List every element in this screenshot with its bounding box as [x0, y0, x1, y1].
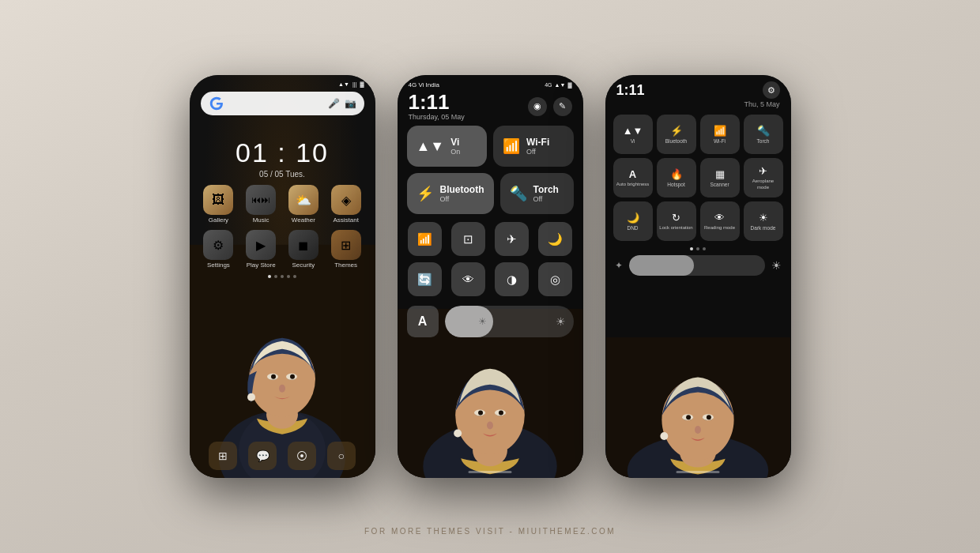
app-icon-gallery: 🖼 — [203, 185, 233, 215]
svg-point-12 — [290, 374, 295, 379]
svg-point-19 — [487, 421, 493, 429]
app-gallery[interactable]: 🖼 Gallery — [200, 185, 236, 224]
app-settings[interactable]: ⚙ Settings — [200, 230, 236, 269]
wifi-tile-icon: 📶 — [503, 137, 520, 155]
exp-tile-vi[interactable]: ▲▼ Vi — [613, 115, 653, 154]
network-icon: 4G — [545, 82, 552, 88]
dot-2 — [274, 275, 277, 278]
brightness-icon-left: ✦ — [615, 260, 623, 271]
exp-tile-torch[interactable]: 🔦 Torch — [744, 115, 783, 154]
exp-tile-wifi[interactable]: 📶 Wi-Fi — [700, 115, 740, 154]
brightness-icon-right: ☀ — [771, 259, 782, 272]
exp-tile-lock-orientation[interactable]: ↻ Lock orientation — [657, 201, 696, 241]
page-wrapper: ▲▼ ||| ▓ 🎤 📷 01 : 10 05 / 05 — [0, 0, 980, 553]
mic-icon[interactable]: 🎤 — [328, 98, 340, 109]
app-playstore[interactable]: ▶ Play Store — [243, 230, 279, 269]
app-icon-themes: ⊞ — [331, 230, 361, 260]
dock-item-1[interactable]: ⊞ — [209, 442, 237, 470]
small-tile-rotate[interactable]: 🔄 — [408, 262, 442, 296]
status-icons-right: 4G ▲▼ ▓ — [545, 82, 571, 88]
dock-item-4[interactable]: ○ — [327, 442, 356, 470]
bluetooth-sublabel: Off — [440, 195, 484, 203]
exp-vi-label: Vi — [631, 138, 635, 144]
dock-item-3[interactable]: ⦿ — [288, 442, 316, 470]
exp-wifi-label: Wi-Fi — [714, 138, 726, 144]
app-themes[interactable]: ⊞ Themes — [328, 230, 364, 269]
svg-point-24 — [498, 410, 503, 415]
exp-reading-icon: 👁 — [714, 212, 725, 224]
lens-icon[interactable]: 📷 — [345, 98, 356, 109]
exp-tile-dnd[interactable]: 🌙 DND — [613, 201, 653, 241]
signal-icon-2: ▲▼ — [555, 82, 566, 88]
small-tile-location[interactable]: ◎ — [538, 262, 572, 296]
google-logo — [209, 96, 224, 111]
exp-tile-hotspot[interactable]: 🔥 Hotspot — [657, 158, 696, 198]
exp-hotspot-icon: 🔥 — [670, 168, 683, 180]
small-tile-fullscreen[interactable]: ⊡ — [451, 222, 485, 256]
phones-container: ▲▼ ||| ▓ 🎤 📷 01 : 10 05 / 05 — [190, 75, 791, 478]
camera-icon[interactable]: ◉ — [528, 97, 547, 116]
app-label-music: Music — [253, 216, 270, 224]
app-music[interactable]: ⏮⏭ Music — [243, 185, 279, 224]
page-dots-1 — [190, 275, 375, 278]
exp-brightness-row: ✦ ☀ — [605, 252, 791, 279]
app-security[interactable]: ◼ Security — [285, 230, 322, 269]
exp-tile-auto-brightness[interactable]: A Auto brightness — [613, 158, 653, 198]
cc-tile-wifi[interactable]: 📶 Wi-Fi Off — [493, 126, 574, 167]
exp-dot-2 — [696, 247, 699, 250]
settings-gear[interactable]: ⚙ — [763, 81, 780, 99]
dot-1 — [268, 275, 271, 278]
exp-wifi-icon: 📶 — [714, 125, 726, 137]
dock-item-2[interactable]: 💬 — [248, 442, 277, 470]
wifi-label: Wi-Fi — [526, 137, 549, 148]
exp-tile-dark-mode[interactable]: ☀ Dark mode — [744, 201, 783, 241]
app-icon-security: ◼ — [288, 230, 318, 260]
cc-time-date: 1:11 Thursday, 05 May — [409, 92, 465, 121]
status-date-3: Thu, 5 May — [605, 100, 791, 108]
exp-tile-bluetooth[interactable]: ⚡ Bluetooth — [657, 115, 696, 154]
brightness-sun-right: ☀ — [556, 315, 566, 328]
cc-date: Thursday, 05 May — [409, 113, 465, 121]
app-label-playstore: Play Store — [247, 261, 276, 269]
app-weather[interactable]: ⛅ Weather — [285, 185, 322, 224]
svg-point-11 — [271, 374, 276, 379]
small-tile-contrast[interactable]: ◑ — [495, 262, 529, 296]
small-tile-airplane[interactable]: ✈ — [495, 222, 529, 256]
carrier-status: 4G Vi India — [409, 81, 439, 88]
exp-dark-icon: ☀ — [759, 212, 768, 224]
exp-tile-airplane[interactable]: ✈ Aeroplane mode — [744, 158, 783, 198]
exp-tile-scanner[interactable]: ▦ Scanner — [700, 158, 740, 198]
cc-tile-bluetooth[interactable]: ⚡ Bluetooth Off — [407, 173, 494, 214]
exp-lock-icon: ↻ — [672, 212, 680, 224]
exp-dnd-icon: 🌙 — [627, 212, 639, 224]
phone2: 4G Vi India 4G ▲▼ ▓ 1:11 Thursday, 05 Ma… — [398, 75, 583, 478]
svg-point-20 — [454, 429, 462, 437]
exp-dot-3 — [703, 247, 706, 250]
app-assistant[interactable]: ◈ Assistant — [328, 185, 364, 224]
status-time-3: 1:11 — [616, 82, 645, 99]
exp-lock-label: Lock orientation — [659, 225, 692, 231]
brightness-slider[interactable]: ☀ ☀ — [445, 306, 574, 337]
auto-brightness-btn[interactable]: A — [407, 306, 439, 337]
watermark: For more themes visit - miuithemez.com — [364, 527, 616, 536]
small-tile-moon[interactable]: 🌙 — [538, 222, 572, 256]
small-tile-wifi[interactable]: 📶 — [408, 222, 442, 256]
app-row-2: ⚙ Settings ▶ Play Store ◼ Security ⊞ The… — [190, 230, 375, 269]
exp-tile-reading-mode[interactable]: 👁 Reading mode — [700, 201, 740, 241]
vi-text: Vi On — [450, 137, 460, 156]
status-bar-1: ▲▼ ||| ▓ — [190, 75, 375, 88]
home-indicator-2 — [469, 471, 512, 473]
cc-wide-row-1: ▲▼ Vi On 📶 Wi-Fi Off — [398, 126, 583, 167]
edit-icon[interactable]: ✎ — [553, 97, 572, 116]
cc-tile-torch[interactable]: 🔦 Torch Off — [500, 173, 574, 214]
exp-bluetooth-icon: ⚡ — [670, 125, 683, 137]
brightness-sun-left: ☀ — [478, 316, 487, 327]
small-tile-eye[interactable]: 👁 — [451, 262, 485, 296]
svg-point-31 — [695, 426, 701, 434]
exp-brightness-fill — [629, 255, 695, 276]
app-icon-weather: ⛅ — [288, 185, 318, 215]
search-bar[interactable]: 🎤 📷 — [201, 92, 364, 115]
cc-tile-vi[interactable]: ▲▼ Vi On — [407, 126, 488, 167]
exp-brightness-bar[interactable] — [629, 255, 765, 276]
brightness-fill: ☀ — [445, 306, 494, 337]
